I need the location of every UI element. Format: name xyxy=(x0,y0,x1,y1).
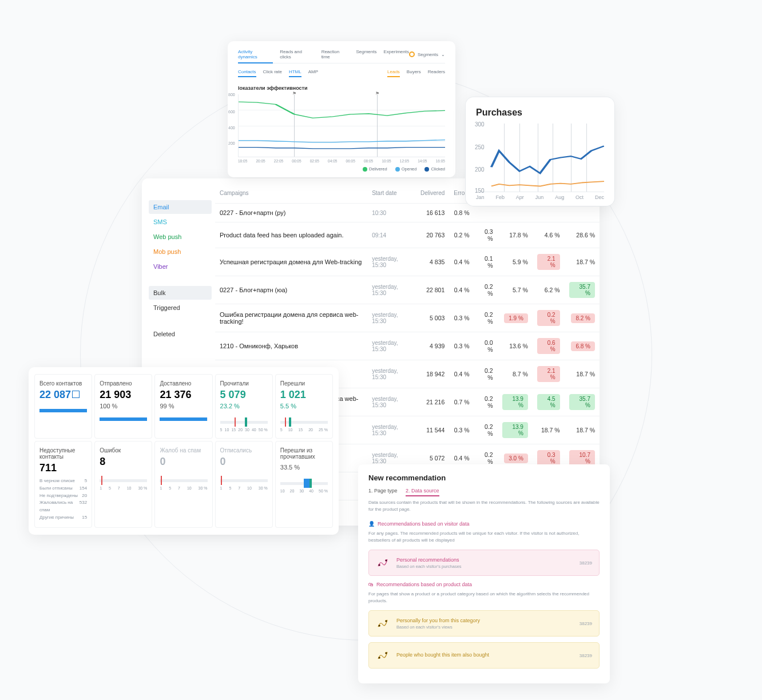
table-row[interactable]: 0227 - Блог+партн (ру)10:3016 6130.8 % xyxy=(215,204,600,222)
stat-cell: Отправлено21 903100 % xyxy=(94,374,152,439)
status-badge: 0.6 % xyxy=(537,338,560,354)
recommendation-icon xyxy=(376,556,390,570)
stat-value: 21 376 xyxy=(160,389,207,401)
reco-steps: 1. Page type 2. Data source xyxy=(368,488,600,494)
subtab-readers[interactable]: Readers xyxy=(428,69,445,77)
progress-bar xyxy=(100,417,147,421)
sidebar-item-sms[interactable]: SMS xyxy=(149,215,212,229)
stat-percent: 99 % xyxy=(160,403,207,409)
table-row[interactable]: 1210 - Омниконф, Харьковyesterday, 15:30… xyxy=(215,332,600,360)
reco-box-title: Personal recommendations xyxy=(396,557,462,563)
section-product-header: 🛍Recommendations based on product data xyxy=(368,582,600,587)
reco-also-bought[interactable]: People who bought this item also bought … xyxy=(368,642,600,669)
subtab-buyers[interactable]: Buyers xyxy=(407,69,421,77)
svg-point-3 xyxy=(386,621,387,622)
chevron-down-icon: ⌄ xyxy=(441,52,445,57)
sidebar-item-viber[interactable]: Viber xyxy=(149,260,212,273)
sidebar-item-triggered[interactable]: Triggered xyxy=(149,301,212,315)
scale: 1571030 % xyxy=(100,476,147,491)
reco-personal[interactable]: Personal recommendations Based on each v… xyxy=(368,550,600,576)
purchases-card: Purchases 300 250 200 150 JanFebAprJunAu… xyxy=(466,97,614,206)
svg-point-1 xyxy=(386,560,387,562)
segments-dropdown[interactable]: Segments ⌄ xyxy=(409,51,445,57)
scale: 1571030 % xyxy=(220,476,268,491)
table-row[interactable]: 0227 - Блог+партн (юа)yesterday, 15:3022… xyxy=(215,276,600,304)
stat-cell: Недоступные контакты711В черном списке5Б… xyxy=(34,441,92,528)
svg-point-2 xyxy=(379,625,380,627)
tab-reads-and-clicks[interactable]: Reads and clicks xyxy=(280,49,314,59)
subtab-click rate[interactable]: Click rate xyxy=(263,69,282,77)
recommendation-card: New recommendation 1. Page type 2. Data … xyxy=(358,464,610,683)
step-1[interactable]: 1. Page type xyxy=(368,488,398,494)
legend-clicked[interactable]: Clicked xyxy=(424,166,445,172)
status-badge: 13.9 % xyxy=(502,394,528,410)
sidebar-item-web-push[interactable]: Web push xyxy=(149,230,212,244)
subtab-html[interactable]: HTML xyxy=(289,69,301,77)
table-row[interactable]: Успешная регистрация домена для Web-trac… xyxy=(215,248,600,276)
status-badge: 2.1 % xyxy=(537,254,560,270)
stat-value: 0 xyxy=(220,456,268,468)
table-row[interactable]: Ошибка регистрации домена для сервиса we… xyxy=(215,304,600,332)
status-badge: 35.7 % xyxy=(569,394,595,410)
activity-tabs: Activity dynamicsReads and clicksReactio… xyxy=(238,49,409,59)
step-2[interactable]: 2. Data source xyxy=(406,488,439,496)
stat-label: Отписались xyxy=(220,447,268,454)
stat-cell: Всего контактов22 087 xyxy=(34,374,92,439)
stat-cell: Перешли1 0215.5 %510152025 % xyxy=(275,374,333,439)
y-tick: 800 xyxy=(228,93,235,97)
th-start-date[interactable]: Start date xyxy=(367,185,416,204)
tab-experiments[interactable]: Experiments xyxy=(384,49,409,59)
stat-percent: 33.5 % xyxy=(280,464,328,471)
status-badge: 1.9 % xyxy=(504,313,528,323)
stat-value: 711 xyxy=(39,462,87,474)
subtab-leads[interactable]: Leads xyxy=(387,69,400,77)
reco-category[interactable]: Personally for you from this category Ba… xyxy=(368,610,600,637)
stats-card: Всего контактов22 087Отправлено21 903100… xyxy=(29,367,339,535)
activity-dynamics-card: Activity dynamicsReads and clicksReactio… xyxy=(228,41,455,177)
copy-icon[interactable] xyxy=(73,392,80,398)
activity-legend: DeliveredOpenedClicked xyxy=(238,166,445,172)
stat-percent: 23.2 % xyxy=(220,403,268,409)
sidebar-type-list: BulkTriggered xyxy=(149,286,212,315)
subtab-contacts[interactable]: Contacts xyxy=(238,69,256,77)
sidebar-channel-list: EmailSMSWeb pushMob pushViber xyxy=(149,200,212,273)
stat-label: Ошибок xyxy=(100,447,147,454)
th-campaigns[interactable]: Campaigns xyxy=(215,185,367,204)
stat-value: 22 087 xyxy=(39,389,87,401)
y-tick: 200 xyxy=(228,141,235,145)
reco-count: 38239 xyxy=(580,560,592,566)
tab-activity-dynamics[interactable]: Activity dynamics xyxy=(238,49,273,63)
stat-value: 8 xyxy=(100,456,147,468)
subtab-amp[interactable]: AMP xyxy=(308,69,318,77)
tab-reaction-time[interactable]: Reaction time xyxy=(322,49,350,59)
stat-value: 21 903 xyxy=(100,389,147,401)
section-product-desc: For pages that show a product or a produ… xyxy=(368,591,600,604)
status-badge: 13.9 % xyxy=(502,422,528,438)
tab-segments[interactable]: Segments xyxy=(356,49,376,59)
stat-value: 5 079 xyxy=(220,389,268,401)
stat-cell: Жалоб на спам01571030 % xyxy=(154,441,212,528)
legend-delivered[interactable]: Delivered xyxy=(363,166,387,172)
th-delivered[interactable]: Delivered xyxy=(416,185,449,204)
stat-label: Перешли из прочитавших xyxy=(280,447,328,460)
sidebar-item-bulk[interactable]: Bulk xyxy=(149,286,212,300)
activity-chart: 800 600 400 200 ⚑ ⚑ xyxy=(238,94,445,157)
scale: 510152025 % xyxy=(280,417,328,432)
sidebar-item-deleted[interactable]: Deleted xyxy=(149,327,212,341)
activity-x-ticks: 18:0520:0522:0500:0502:0504:0506:0508:05… xyxy=(238,159,445,163)
section-visitor-header: 👤Recommendations based on visitor data xyxy=(368,521,600,527)
table-row[interactable]: Product data feed has been uploaded agai… xyxy=(215,222,600,248)
svg-point-4 xyxy=(379,657,380,659)
reco-box-sub: Based on each visitor's views xyxy=(396,625,480,630)
y-tick: 400 xyxy=(228,126,235,130)
status-badge: 8.2 % xyxy=(571,313,595,323)
legend-opened[interactable]: Opened xyxy=(395,166,417,172)
scale: 1571030 % xyxy=(160,476,207,491)
stat-label: Отправлено xyxy=(100,380,147,387)
scale: 1020304050 % xyxy=(280,479,328,494)
sidebar-item-email[interactable]: Email xyxy=(149,200,212,214)
status-badge: 0.3 % xyxy=(537,450,560,466)
sidebar-item-mob-push[interactable]: Mob push xyxy=(149,245,212,258)
status-badge: 2.1 % xyxy=(537,366,560,382)
stat-percent: 5.5 % xyxy=(280,403,328,409)
